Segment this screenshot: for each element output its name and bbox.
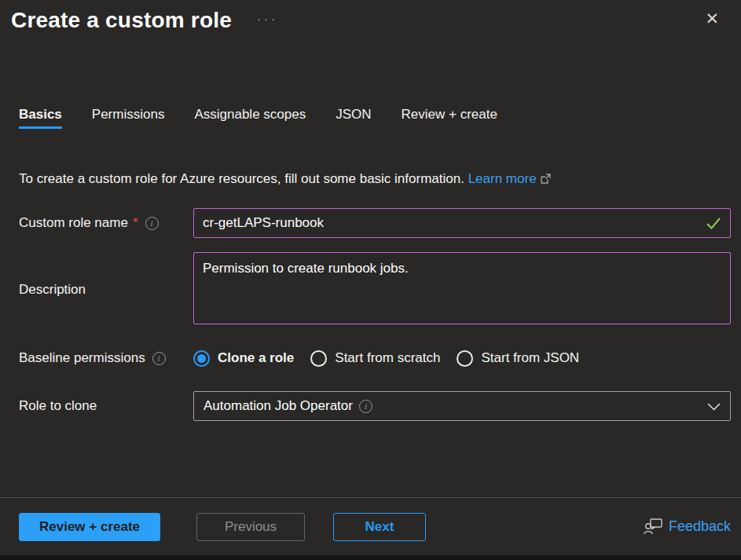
role-to-clone-control: Automation Job Operator i [193,391,731,421]
description-label: Description [19,281,86,298]
review-create-button[interactable]: Review + create [19,513,160,541]
role-to-clone-label: Role to clone [19,397,97,415]
radio-unselected-icon [457,350,473,367]
intro-sentence: To create a custom role for Azure resour… [19,171,464,186]
chevron-down-icon [707,403,721,411]
tab-basics[interactable]: Basics [19,105,62,129]
feedback-person-icon [644,518,663,535]
radio-start-from-json-label: Start from JSON [481,350,579,366]
info-icon[interactable]: i [359,400,372,413]
next-button[interactable]: Next [333,513,426,541]
tab-review-create[interactable]: Review + create [402,105,497,129]
page-title: Create a custom role [11,5,232,36]
custom-role-name-label-cell: Custom role name * i [19,214,193,232]
radio-clone-a-role[interactable]: Clone a role [193,350,294,367]
close-icon[interactable]: ✕ [705,8,719,30]
custom-role-name-control [193,208,731,238]
feedback-link[interactable]: Feedback [644,518,731,535]
radio-clone-a-role-label: Clone a role [218,350,294,366]
role-to-clone-dropdown[interactable]: Automation Job Operator i [193,391,731,421]
row-custom-role-name: Custom role name * i [0,208,741,238]
row-description: Description Permission to create runbook… [0,252,741,328]
intro-text: To create a custom role for Azure resour… [19,170,722,188]
tab-json[interactable]: JSON [336,105,371,129]
valid-checkmark-icon [705,216,722,230]
feedback-label: Feedback [669,518,731,535]
description-textarea[interactable]: Permission to create runbook jobs. [193,252,731,324]
row-role-to-clone: Role to clone Automation Job Operator i [0,391,741,421]
panel-header: Create a custom role ··· ✕ [0,0,741,36]
row-baseline-permissions: Baseline permissions i Clone a role Star… [0,350,741,367]
radio-start-from-scratch-label: Start from scratch [335,350,440,366]
baseline-permissions-label: Baseline permissions [19,350,145,367]
baseline-permissions-label-cell: Baseline permissions i [19,350,193,367]
description-label-cell: Description [19,281,193,298]
custom-role-name-label: Custom role name [19,214,128,232]
radio-start-from-json[interactable]: Start from JSON [457,350,579,367]
create-custom-role-panel: Create a custom role ··· ✕ Basics Permis… [0,0,741,560]
tab-content-basics: To create a custom role for Azure resour… [0,129,741,497]
page-background-strip [0,555,741,560]
tab-permissions[interactable]: Permissions [92,105,165,129]
panel-footer: Review + create Previous Next Feedback [0,497,741,555]
radio-start-from-scratch[interactable]: Start from scratch [310,350,440,367]
role-to-clone-value: Automation Job Operator [204,398,353,414]
info-icon[interactable]: i [152,352,166,365]
learn-more-link[interactable]: Learn more [468,171,537,186]
radio-selected-icon [193,350,210,367]
radio-unselected-icon [310,350,327,367]
role-to-clone-label-cell: Role to clone [19,397,193,415]
info-icon[interactable]: i [145,217,159,230]
description-control: Permission to create runbook jobs. [193,252,731,328]
baseline-permissions-radio-group: Clone a role Start from scratch Start fr… [193,350,731,367]
required-asterisk: * [133,215,138,231]
external-link-icon [541,174,551,184]
tab-assignable-scopes[interactable]: Assignable scopes [194,105,306,129]
custom-role-name-input[interactable] [193,208,731,238]
previous-button[interactable]: Previous [196,513,305,541]
wizard-tabs: Basics Permissions Assignable scopes JSO… [19,105,741,129]
more-options-icon[interactable]: ··· [257,11,278,27]
